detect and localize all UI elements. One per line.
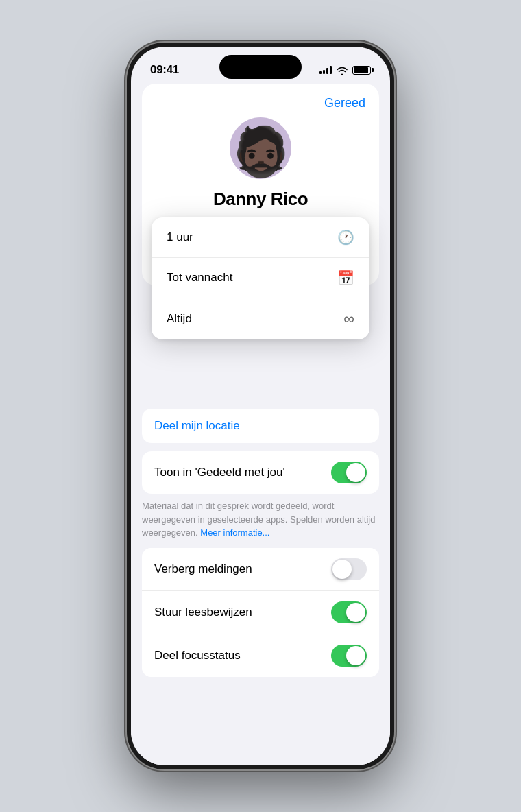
deel-focusstatus-row: Deel focusstatus [142,634,379,677]
verberg-meldingen-toggle[interactable] [331,558,367,580]
deel-focusstatus-label: Deel focusstatus [154,649,241,662]
avatar-emoji: 🧔🏿 [231,128,291,176]
meer-informatie-link[interactable]: Meer informatie... [200,527,269,538]
share-location-label: Deel mijn locatie [154,419,240,433]
other-settings-section: Verberg meldingen Stuur leesbewijzen Dee… [142,548,379,677]
wifi-icon [337,66,348,74]
done-button[interactable]: Gereed [324,96,365,110]
dropdown-label-always: Altijd [167,312,192,326]
dropdown-label-tonight: Tot vannacht [167,271,232,285]
deel-focusstatus-toggle[interactable] [331,645,367,667]
dropdown-item-tonight[interactable]: Tot vannacht 📅 [152,258,369,298]
stuur-leesbewijzen-row: Stuur leesbewijzen [142,591,379,634]
signal-icon [319,66,332,74]
profile-section: 🧔🏿 Danny Rico [142,117,379,224]
dynamic-island [219,55,302,79]
calendar-icon: 📅 [337,270,354,286]
phone-frame: 09:41 [127,43,394,769]
stuur-leesbewijzen-toggle[interactable] [331,601,367,623]
verberg-meldingen-label: Verberg meldingen [154,562,252,576]
infinity-icon: ∞ [343,310,354,328]
avatar: 🧔🏿 [230,117,291,179]
dropdown-menu: 1 uur 🕐 Tot vannacht 📅 Altijd ∞ [152,217,369,339]
share-location-section: Deel mijn locatie [142,409,379,443]
screen: 09:41 [131,47,390,765]
clock-icon: 🕐 [337,229,354,246]
dropdown-label-1uur: 1 uur [167,230,193,244]
battery-icon [352,66,371,75]
verberg-meldingen-row: Verberg meldingen [142,548,379,591]
stuur-leesbewijzen-label: Stuur leesbewijzen [154,606,252,619]
dropdown-item-1uur[interactable]: 1 uur 🕐 [152,217,369,258]
description-text: Materiaal dat in dit gesprek wordt gedee… [142,499,379,540]
sheet-header: Gereed [142,84,379,117]
contact-name: Danny Rico [213,189,308,210]
status-time: 09:41 [150,63,179,77]
content-area[interactable]: Gereed 🧔🏿 Danny Rico 📞 bel [131,84,390,765]
toon-gedeeld-section: Toon in 'Gedeeld met jou' [142,451,379,494]
toon-gedeeld-toggle[interactable] [331,462,367,483]
dropdown-item-always[interactable]: Altijd ∞ [152,298,369,339]
toon-gedeeld-row: Toon in 'Gedeeld met jou' [142,451,379,494]
share-location-row[interactable]: Deel mijn locatie [142,409,379,443]
status-icons [319,66,371,75]
toon-gedeeld-label: Toon in 'Gedeeld met jou' [154,466,285,479]
